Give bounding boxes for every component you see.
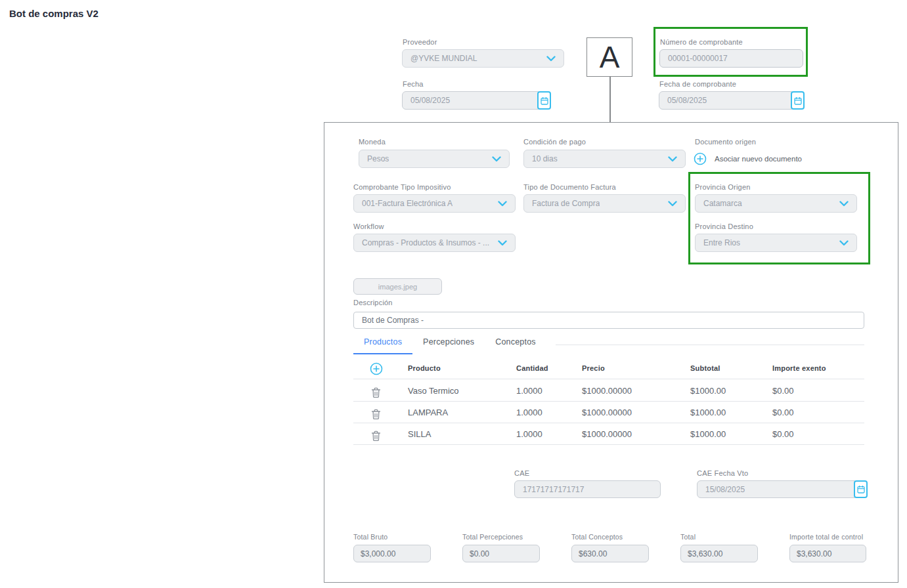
annotation-marker-a: A <box>586 37 632 77</box>
cell-producto: LAMPARA <box>408 408 448 417</box>
col-header-importe-exento: Importe exento <box>772 364 826 372</box>
tipo-documento-factura-label: Tipo de Documento Factura <box>523 183 616 191</box>
chevron-down-icon <box>668 201 677 207</box>
descripcion-input[interactable]: Bot de Compras - <box>353 312 864 329</box>
trash-icon <box>371 409 381 420</box>
table-row-divider <box>353 444 864 445</box>
workflow-select[interactable]: Compras - Productos & Insumos - ... <box>353 234 516 252</box>
trash-icon <box>371 387 381 398</box>
cae-fecha-vto-input[interactable]: 15/08/2025 <box>697 480 855 498</box>
calendar-icon <box>857 485 865 494</box>
cell-importe-exento: $0.00 <box>772 408 794 417</box>
fecha-comprobante-label: Fecha de comprobante <box>659 80 736 88</box>
moneda-select[interactable]: Pesos <box>359 150 510 168</box>
proveedor-label: Proveedor <box>403 38 437 46</box>
fecha-calendar-button[interactable] <box>537 91 551 110</box>
provincia-origen-label: Provincia Origen <box>695 183 751 191</box>
fecha-field: 05/08/2025 <box>402 91 551 110</box>
attached-file-chip[interactable]: images.jpeg <box>353 278 442 295</box>
total-label: Total <box>680 533 696 541</box>
delete-row-button[interactable] <box>368 429 383 443</box>
calendar-icon <box>794 96 802 105</box>
total-bruto-label: Total Bruto <box>353 533 387 541</box>
documento-origen-label: Documento origen <box>695 138 756 146</box>
condicion-pago-value: 10 dias <box>532 154 558 163</box>
tipo-documento-factura-select[interactable]: Factura de Compra <box>523 194 686 213</box>
cae-input[interactable]: 17171717171717 <box>514 480 661 498</box>
asociar-documento-button[interactable]: Asociar nuevo documento <box>694 152 802 165</box>
tab-conceptos[interactable]: Conceptos <box>485 333 546 354</box>
cell-importe-exento: $0.00 <box>772 429 794 439</box>
total-percepciones-value: $0.00 <box>462 545 540 562</box>
page-title: Bot de compras V2 <box>9 8 99 19</box>
numero-comprobante-input[interactable]: 00001-00000017 <box>659 49 803 68</box>
provincia-origen-select[interactable]: Catamarca <box>695 194 857 213</box>
chevron-down-icon <box>492 156 501 162</box>
chevron-down-icon <box>839 201 849 207</box>
cell-subtotal: $1000.00 <box>690 386 726 396</box>
total-bruto-value: $3,000.00 <box>353 545 431 562</box>
cell-producto: Vaso Termico <box>408 386 459 396</box>
fecha-label: Fecha <box>403 80 424 88</box>
add-product-button[interactable] <box>369 362 384 376</box>
condicion-pago-label: Condición de pago <box>523 138 586 146</box>
condicion-pago-select[interactable]: 10 dias <box>523 150 686 168</box>
cell-subtotal: $1000.00 <box>690 408 726 417</box>
cell-precio: $1000.00000 <box>582 386 632 396</box>
delete-row-button[interactable] <box>368 407 383 421</box>
cae-fecha-vto-field: 15/08/2025 <box>697 480 868 498</box>
plus-circle-icon <box>694 152 707 165</box>
numero-comprobante-label: Número de comprobante <box>660 38 743 46</box>
provincia-destino-select[interactable]: Entre Rios <box>695 234 857 252</box>
tipo-documento-factura-value: Factura de Compra <box>532 199 600 208</box>
delete-row-button[interactable] <box>368 385 383 400</box>
cell-cantidad: 1.0000 <box>516 386 542 396</box>
comprobante-tipo-impositivo-select[interactable]: 001-Factura Electrónica A <box>353 194 516 213</box>
provincia-destino-value: Entre Rios <box>703 238 740 247</box>
plus-circle-icon <box>370 362 383 375</box>
cell-subtotal: $1000.00 <box>690 429 726 439</box>
tab-percepciones[interactable]: Percepciones <box>412 333 485 354</box>
workflow-value: Compras - Productos & Insumos - ... <box>362 238 489 247</box>
fecha-comprobante-calendar-button[interactable] <box>791 91 805 110</box>
cell-cantidad: 1.0000 <box>516 429 542 439</box>
calendar-icon <box>541 96 548 105</box>
cae-label: CAE <box>514 469 529 477</box>
chevron-down-icon <box>546 56 556 62</box>
moneda-label: Moneda <box>359 138 386 146</box>
workflow-label: Workflow <box>353 222 384 230</box>
trash-icon <box>371 430 381 442</box>
comprobante-tipo-impositivo-label: Comprobante Tipo Impositivo <box>353 183 451 191</box>
cae-fecha-vto-label: CAE Fecha Vto <box>697 469 748 477</box>
table-row-divider <box>353 423 864 423</box>
cell-precio: $1000.00000 <box>582 429 632 439</box>
asociar-documento-label: Asociar nuevo documento <box>715 155 802 163</box>
purchase-form-screen: Bot de compras V2 Proveedor @YVKE MUNDIA… <box>0 0 907 588</box>
total-conceptos-label: Total Conceptos <box>571 533 623 541</box>
cell-precio: $1000.00000 <box>582 408 632 417</box>
table-row-divider <box>353 401 864 402</box>
col-header-producto: Producto <box>408 364 441 372</box>
moneda-value: Pesos <box>367 154 389 163</box>
detail-tabs: Productos Percepciones Conceptos <box>353 333 546 354</box>
total-conceptos-value: $630.00 <box>571 545 649 562</box>
cae-fecha-vto-calendar-button[interactable] <box>854 480 868 498</box>
annotation-connector-line <box>609 77 611 122</box>
fecha-comprobante-field: 05/08/2025 <box>659 91 805 110</box>
cell-producto: SILLA <box>408 429 431 439</box>
col-header-subtotal: Subtotal <box>690 364 720 372</box>
tab-productos[interactable]: Productos <box>353 333 412 354</box>
total-percepciones-label: Total Percepciones <box>462 533 523 541</box>
provincia-origen-value: Catamarca <box>703 199 742 208</box>
importe-total-control-label: Importe total de control <box>789 533 863 541</box>
descripcion-label: Descripción <box>353 299 393 306</box>
fecha-input[interactable]: 05/08/2025 <box>402 91 539 110</box>
importe-total-control-value: $3,630.00 <box>789 545 866 562</box>
col-header-cantidad: Cantidad <box>516 364 548 372</box>
proveedor-select[interactable]: @YVKE MUNDIAL <box>402 49 564 68</box>
cell-importe-exento: $0.00 <box>772 386 794 396</box>
cell-cantidad: 1.0000 <box>516 408 542 417</box>
chevron-down-icon <box>498 240 507 246</box>
chevron-down-icon <box>839 240 849 246</box>
fecha-comprobante-input[interactable]: 05/08/2025 <box>659 91 792 110</box>
